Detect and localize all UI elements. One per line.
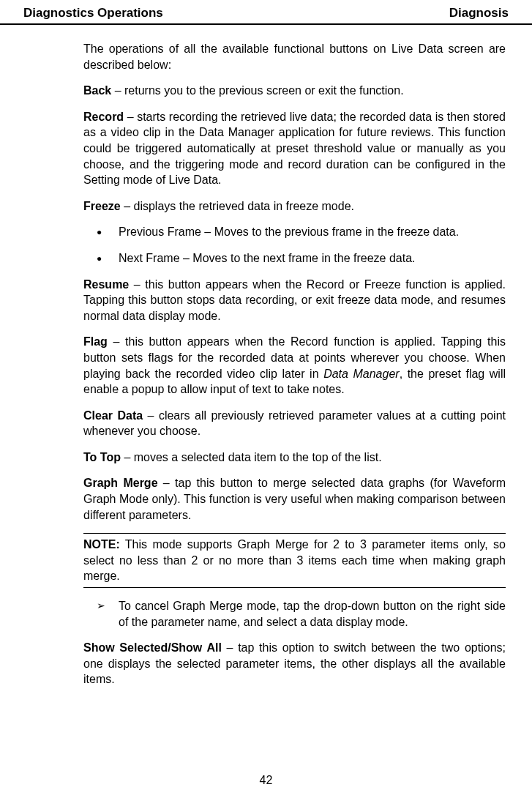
header-right: Diagnosis <box>449 6 509 20</box>
back-item: Back – returns you to the previous scree… <box>83 83 506 99</box>
page-header: Diagnostics Operations Diagnosis <box>0 0 532 25</box>
clear-label: Clear Data <box>83 409 143 422</box>
graph-item: Graph Merge – tap this button to merge s… <box>83 475 506 523</box>
freeze-item: Freeze – displays the retrieved data in … <box>83 198 506 215</box>
list-item: Previous Frame – Moves to the previous f… <box>97 224 506 240</box>
back-desc: – returns you to the previous screen or … <box>111 84 403 97</box>
list-item: To cancel Graph Merge mode, tap the drop… <box>97 598 506 630</box>
show-label: Show Selected/Show All <box>83 641 222 654</box>
intro-paragraph: The operations of all the available func… <box>83 41 506 72</box>
totop-item: To Top – moves a selected data item to t… <box>83 450 506 466</box>
resume-item: Resume – this button appears when the Re… <box>83 277 506 324</box>
back-label: Back <box>83 84 111 97</box>
record-item: Record – starts recording the retrieved … <box>83 109 506 188</box>
clear-desc: – clears all previously retrieved parame… <box>83 409 506 438</box>
record-desc: – starts recording the retrieved live da… <box>83 111 506 186</box>
note-label: NOTE: <box>83 538 120 551</box>
note-box: NOTE: This mode supports Graph Merge for… <box>83 533 506 588</box>
show-item: Show Selected/Show All – tap this option… <box>83 640 506 687</box>
graph-cancel-list: To cancel Graph Merge mode, tap the drop… <box>83 598 506 630</box>
note-desc: This mode supports Graph Merge for 2 to … <box>83 538 506 582</box>
clear-item: Clear Data – clears all previously retri… <box>83 408 506 439</box>
flag-item: Flag – this button appears when the Reco… <box>83 334 506 397</box>
resume-desc: – this button appears when the Record or… <box>83 278 506 322</box>
page-content: The operations of all the available func… <box>0 25 532 687</box>
freeze-label: Freeze <box>83 200 121 212</box>
freeze-desc: – displays the retrieved data in freeze … <box>121 200 354 212</box>
header-left: Diagnostics Operations <box>23 6 163 20</box>
resume-label: Resume <box>83 278 129 291</box>
graph-label: Graph Merge <box>83 477 158 489</box>
totop-desc: – moves a selected data item to the top … <box>121 451 382 463</box>
page-number: 42 <box>0 774 532 787</box>
flag-app: Data Manager <box>323 368 400 380</box>
record-label: Record <box>83 111 124 123</box>
list-item: Next Frame – Moves to the next frame in … <box>97 250 506 266</box>
freeze-bullets: Previous Frame – Moves to the previous f… <box>83 224 506 266</box>
totop-label: To Top <box>83 451 121 463</box>
flag-label: Flag <box>83 335 108 348</box>
